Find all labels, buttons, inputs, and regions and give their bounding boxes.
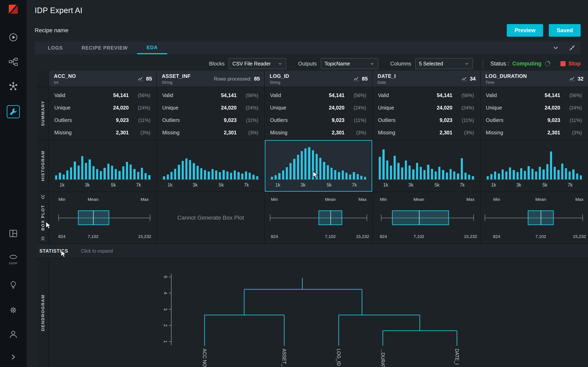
boxplot-cell[interactable]: Cannot Generate Box Plot (157, 192, 264, 243)
summary-stat-value: 9,023 (440, 117, 452, 123)
settings-gear-icon[interactable] (9, 305, 18, 315)
histogram-bar (435, 171, 437, 179)
eda-table: ACC_NO Int 85 ASSET_INF String Rows proc… (37, 71, 588, 367)
summary-row: Outliers9,023(11%) (270, 117, 366, 123)
histogram-bar (234, 170, 236, 179)
boxplot-max-label: Max (466, 197, 475, 202)
account-icon[interactable] (9, 329, 18, 339)
expand-section-down-icon[interactable] (40, 236, 45, 241)
histogram-bar (494, 171, 496, 179)
collapse-panel-icon[interactable] (569, 45, 575, 51)
dendrogram-y-tick-label: 1 (163, 340, 168, 343)
collapse-section-up-icon[interactable] (40, 194, 45, 200)
dashboard-icon[interactable] (9, 229, 18, 238)
boxplot-mean-value: 7,102 (88, 234, 99, 239)
column-header-log-duration[interactable]: LOG_DURATION Time 32 (481, 71, 588, 87)
axis-tick-label: 7k (352, 182, 357, 188)
chevron-down-icon[interactable] (553, 45, 559, 51)
axis-tick-label: 1k (276, 182, 280, 188)
pipeline-icon[interactable] (9, 57, 18, 67)
preview-button[interactable]: Preview (507, 24, 543, 37)
statistics-section[interactable]: STATISTICS Click to expand (37, 244, 588, 258)
histogram-cell[interactable]: 1k3k5k7k (373, 140, 480, 192)
tab-recipe-preview[interactable]: RECIPE PREVIEW (72, 42, 137, 54)
section-label-summary: SUMMARY (40, 100, 45, 126)
boxplot-box (392, 210, 449, 225)
histogram-bar (438, 167, 440, 179)
app-window: jupyter IDP Expert AI (0, 0, 588, 367)
columns-select[interactable]: 5 Selected (415, 58, 473, 69)
histogram-bar (543, 169, 545, 179)
stop-button[interactable]: Stop (561, 60, 581, 67)
tab-logs[interactable]: LOGS (38, 42, 72, 54)
column-count: 32 (578, 76, 584, 82)
metric-icon (570, 76, 575, 81)
histogram-bar (182, 161, 184, 179)
histogram-cell[interactable]: 1k3k5k7k (265, 140, 372, 192)
histogram-bar (118, 171, 121, 179)
histogram-bar (394, 156, 396, 179)
histogram-bar (557, 170, 559, 179)
chevron-down-icon (464, 61, 469, 66)
recipe-tools-icon[interactable] (7, 105, 20, 118)
column-header-acc-no[interactable]: ACC_NO Int 85 (49, 71, 156, 87)
summary-stat-percent: (24%) (346, 105, 366, 111)
histogram-bar (85, 163, 87, 180)
boxplot-cell[interactable]: MinMeanMax8247,10215,232 (481, 192, 588, 243)
column-header-log-id[interactable]: LOG_ID String 85 (265, 71, 372, 87)
column-header-asset-inf[interactable]: ASSET_INF String Rows processed: 85 (157, 71, 264, 87)
app-logo[interactable] (7, 3, 19, 15)
jupyter-icon[interactable]: jupyter (9, 253, 18, 265)
histogram-bar (163, 176, 165, 179)
section-label-statistics[interactable]: STATISTICS (39, 248, 68, 254)
histogram-bar (502, 169, 504, 179)
histogram-cell[interactable]: 1k3k5k7k (49, 140, 156, 192)
cluster-icon[interactable] (9, 82, 18, 91)
histogram-bar (424, 170, 425, 179)
histogram-bar (66, 170, 68, 179)
column-count: 85 (146, 76, 152, 82)
summary-stat-label: Missing (486, 130, 503, 136)
axis-tick-label: 3k (516, 182, 521, 188)
histogram-bar (408, 166, 411, 179)
dendrogram-leaf-label: DATE_I (454, 349, 459, 365)
histogram-bar (297, 155, 299, 179)
histogram-bar (550, 151, 552, 179)
histogram-bar (527, 166, 530, 179)
main-area: IDP Expert AI Recipe name Preview Saved … (26, 0, 588, 367)
boxplot-cell[interactable]: MinMeanMax8247,10215,232 (373, 192, 480, 243)
histogram-bar (215, 170, 217, 179)
histogram-bar (327, 165, 329, 179)
histogram-bar (122, 166, 124, 179)
summary-stat-label: Outliers (378, 117, 396, 123)
boxplot-cell[interactable]: MinMeanMax8247,10215,232 (49, 192, 156, 243)
boxplot-whisker-cap (270, 215, 270, 221)
histogram-bar (505, 171, 507, 179)
dendrogram-y-tick-label: 2 (163, 324, 168, 327)
section-gutter-histogram: HISTOGRAM (37, 140, 49, 192)
saved-button[interactable]: Saved (549, 24, 581, 37)
histogram-bar (330, 168, 333, 179)
summary-stat-value: 54,141 (329, 92, 345, 98)
lightbulb-icon[interactable] (9, 281, 18, 290)
summary-stat-label: Missing (378, 130, 395, 136)
boxplot-min-value: 824 (271, 234, 278, 239)
histogram-bar (397, 163, 399, 180)
run-play-icon[interactable] (9, 33, 18, 42)
histogram-bar (290, 163, 292, 179)
histogram-bar (193, 163, 195, 179)
histogram-bar (104, 168, 105, 179)
column-header-date-i[interactable]: DATE_I Date 34 (373, 71, 480, 87)
summary-stat-percent: (56%) (346, 93, 366, 98)
summary-stat-percent: (11%) (239, 118, 258, 123)
outputs-select[interactable]: TopicName (321, 58, 378, 69)
histogram-cell[interactable]: 1k3k5k7k (157, 140, 264, 192)
histogram-cell[interactable]: 1k3k5k7k (481, 140, 588, 192)
summary-stat-value: 24,020 (329, 105, 345, 111)
blocks-select[interactable]: CSV File Reader (229, 58, 286, 69)
boxplot-cell[interactable]: MinMeanMax8247,10215,232 (265, 192, 372, 243)
tab-eda[interactable]: EDA (137, 42, 167, 54)
expand-sidebar-chevron-icon[interactable] (9, 352, 18, 362)
recipe-name[interactable]: Recipe name (35, 27, 68, 34)
summary-stat-label: Missing (270, 130, 287, 136)
